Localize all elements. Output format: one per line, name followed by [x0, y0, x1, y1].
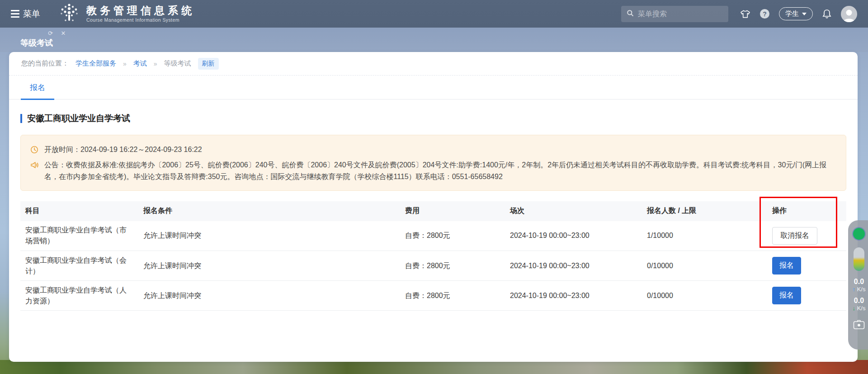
exam-section-header: 安徽工商职业学业自学考试: [20, 113, 846, 124]
megaphone-icon: [30, 159, 39, 183]
condition-cell: 允许上课时间冲突: [143, 251, 405, 281]
breadcrumb-separator: »: [123, 60, 127, 67]
tshirt-icon[interactable]: [740, 9, 750, 19]
count-cell: 0/10000: [647, 251, 772, 281]
col-session: 场次: [510, 201, 647, 221]
search-icon: [627, 9, 634, 19]
count-cell: 1/10000: [647, 221, 772, 251]
announcement-text: 公告：收费依据及标准:依据皖考办〔2006〕25号、皖价费(2006〕240号、…: [44, 159, 836, 183]
camera-icon[interactable]: [853, 320, 865, 331]
breadcrumb-current: 等级考试: [164, 59, 191, 68]
fee-cell: 自费：2800元: [405, 221, 510, 251]
exam-title: 安徽工商职业学业自学考试: [27, 113, 130, 124]
role-label: 学生: [785, 9, 799, 18]
upload-speed: 0.0 ↑ K/s: [853, 277, 866, 294]
bell-icon[interactable]: [822, 9, 831, 19]
breadcrumb-prefix: 您的当前位置：: [21, 59, 69, 68]
menu-button[interactable]: 菜单: [23, 8, 40, 20]
breadcrumb-separator: »: [154, 60, 157, 67]
search-input[interactable]: [638, 10, 723, 18]
clock-icon: [30, 144, 39, 157]
col-subject: 科目: [20, 201, 143, 221]
exam-table-body: 安徽工商职业学业自学考试（市场营销） 允许上课时间冲突 自费：2800元 202…: [20, 221, 846, 311]
open-time-row: 开放时间：2024-09-19 16:22～2024-09-23 16:22: [30, 144, 836, 157]
role-dropdown[interactable]: 学生: [779, 7, 813, 20]
open-time-value: 2024-09-19 16:22～2024-09-23 16:22: [80, 146, 202, 153]
main-content-card: 您的当前位置： 学生全部服务 » 考试 » 等级考试 刷新 报名 安徽工商职业学…: [9, 52, 858, 362]
open-time-text: 开放时间：2024-09-19 16:22～2024-09-23 16:22: [44, 144, 836, 157]
table-header-row: 科目 报名条件 费用 场次 报名人数 / 上限 操作: [20, 201, 846, 221]
logo-tree-icon: [57, 2, 81, 26]
col-condition: 报名条件: [143, 201, 405, 221]
register-button[interactable]: 报名: [772, 287, 801, 304]
table-row: 安徽工商职业学业自学考试（会计） 允许上课时间冲突 自费：2800元 2024-…: [20, 251, 846, 281]
announcement-label: 公告：: [44, 161, 66, 169]
subject-cell: 安徽工商职业学业自学考试（市场营销）: [20, 221, 143, 251]
help-icon[interactable]: ?: [760, 9, 769, 19]
condition-cell: 允许上课时间冲突: [143, 221, 405, 251]
download-speed-value: 0.0: [853, 296, 866, 305]
brand-block: 教务管理信息系统 Course Management Information S…: [86, 5, 195, 23]
col-fee: 费用: [405, 201, 510, 221]
download-arrow-icon: ↓: [853, 305, 856, 312]
download-speed-unit: K/s: [857, 305, 866, 312]
subject-cell: 安徽工商职业学业自学考试（人力资源）: [20, 281, 143, 311]
caret-down-icon: [802, 13, 807, 15]
download-speed: 0.0 ↓ K/s: [853, 296, 866, 312]
avatar-icon[interactable]: [841, 6, 857, 22]
content-tabs: 报名: [9, 76, 858, 99]
breadcrumb-link-all-services[interactable]: 学生全部服务: [75, 59, 116, 68]
fee-cell: 自费：2800元: [405, 251, 510, 281]
tab-baoming[interactable]: 报名: [21, 76, 54, 99]
session-cell: 2024-10-19 00:00~23:00: [510, 281, 647, 311]
table-row: 安徽工商职业学业自学考试（市场营销） 允许上课时间冲突 自费：2800元 202…: [20, 221, 846, 251]
menu-search-box[interactable]: [621, 6, 728, 22]
count-cell: 0/10000: [647, 281, 772, 311]
gradient-pill-indicator: [854, 247, 864, 271]
upload-speed-unit: K/s: [857, 286, 866, 293]
section-accent-bar: [20, 114, 22, 123]
open-time-label: 开放时间：: [44, 146, 80, 153]
upload-speed-value: 0.0: [853, 277, 866, 286]
table-row: 安徽工商职业学业自学考试（人力资源） 允许上课时间冲突 自费：2800元 202…: [20, 281, 846, 311]
col-count-limit: 报名人数 / 上限: [647, 201, 772, 221]
col-action: 操作: [772, 201, 846, 221]
tab-refresh-close-icons[interactable]: ⟳ ✕: [48, 30, 69, 37]
app-subtitle: Course Management Information System: [86, 17, 195, 23]
subject-cell: 安徽工商职业学业自学考试（会计）: [20, 251, 143, 281]
refresh-button[interactable]: 刷新: [198, 58, 219, 70]
notice-panel: 开放时间：2024-09-19 16:22～2024-09-23 16:22 公…: [20, 135, 846, 191]
green-status-dot: [853, 228, 865, 240]
exam-table: 科目 报名条件 费用 场次 报名人数 / 上限 操作 安徽工商职业学业自学考试（…: [20, 201, 846, 311]
active-tab-grade-exam[interactable]: 等级考试: [20, 38, 53, 48]
session-cell: 2024-10-19 00:00~23:00: [510, 251, 647, 281]
hamburger-menu-icon[interactable]: [11, 10, 19, 18]
cancel-register-button[interactable]: 取消报名: [772, 227, 817, 245]
top-navbar: 菜单 教务管理信息系统 Course Management Informatio…: [0, 0, 868, 28]
fee-cell: 自费：2800元: [405, 281, 510, 311]
breadcrumb-link-exam[interactable]: 考试: [133, 59, 147, 68]
announcement-row: 公告：收费依据及标准:依据皖考办〔2006〕25号、皖价费(2006〕240号、…: [30, 159, 836, 183]
announcement-body: 收费依据及标准:依据皖考办〔2006〕25号、皖价费(2006〕240号、皖价费…: [44, 161, 826, 180]
breadcrumb: 您的当前位置： 学生全部服务 » 考试 » 等级考试 刷新: [9, 52, 858, 76]
register-button[interactable]: 报名: [772, 257, 801, 275]
background-photo-bottom: [0, 360, 868, 374]
net-speed-widget[interactable]: 0.0 ↑ K/s 0.0 ↓ K/s: [848, 220, 868, 350]
upload-arrow-icon: ↑: [853, 286, 856, 293]
open-tabs-strip: ⟳ ✕ 等级考试: [0, 28, 868, 52]
session-cell: 2024-10-19 00:00~23:00: [510, 221, 647, 251]
app-title: 教务管理信息系统: [86, 5, 195, 16]
condition-cell: 允许上课时间冲突: [143, 281, 405, 311]
